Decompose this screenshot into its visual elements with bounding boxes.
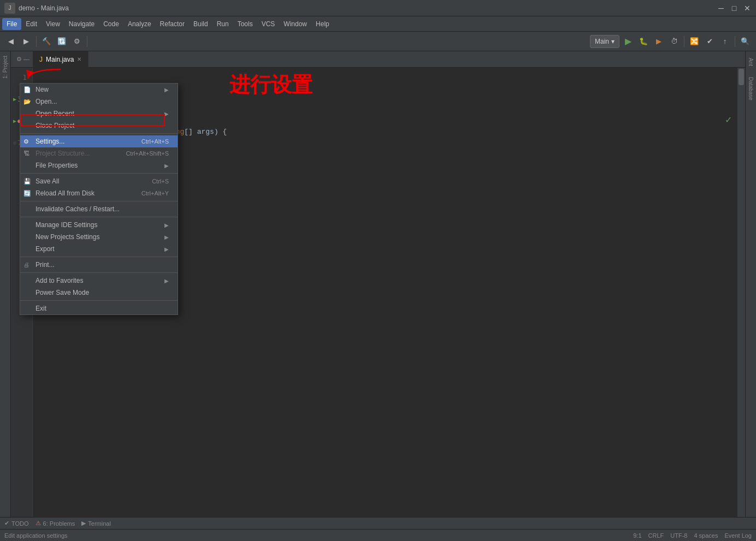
tab-main-java[interactable]: J Main.java ✕ xyxy=(33,51,88,68)
submenu-arrow-icon-6: ▶ xyxy=(164,246,169,252)
menu-build[interactable]: Build xyxy=(189,18,212,30)
todo-icon: ✔ xyxy=(4,520,9,527)
window-controls: ─ □ ✕ xyxy=(717,4,752,13)
menu-edit[interactable]: Edit xyxy=(21,18,42,30)
menu-refactor[interactable]: Refactor xyxy=(156,18,189,30)
separator-4 xyxy=(20,217,178,217)
toolbar: ◀ ▶ 🔨 🔃 ⚙ Main ▾ ▶ 🐛 ▶ ⏱ 🔀 ✔ ↑ 🔍 xyxy=(0,32,756,51)
menu-item-new[interactable]: 📄 New ▶ xyxy=(20,84,178,96)
title-bar: J demo - Main.java ─ □ ✕ xyxy=(0,0,756,16)
new-icon: 📄 xyxy=(23,86,31,93)
event-log-link[interactable]: Event Log xyxy=(724,532,752,539)
menu-item-invalidate-caches[interactable]: Invalidate Caches / Restart... xyxy=(20,203,178,215)
menu-file[interactable]: File xyxy=(2,18,21,30)
right-tool-window-bar: Ant Database xyxy=(745,51,756,517)
terminal-button[interactable]: ▶ Terminal xyxy=(81,520,111,527)
tab-settings-gear[interactable]: ⚙ — xyxy=(13,56,33,63)
ant-panel-label[interactable]: Ant xyxy=(747,53,755,70)
search-everywhere-button[interactable]: 🔍 xyxy=(739,35,752,48)
scrollbar-thumb[interactable] xyxy=(739,69,744,85)
submenu-arrow-icon-7: ▶ xyxy=(164,278,169,284)
submenu-arrow-icon-3: ▶ xyxy=(164,163,169,169)
menu-navigate[interactable]: Navigate xyxy=(64,18,99,30)
toolbar-separator-1 xyxy=(36,36,37,47)
run-gutter-icon[interactable]: ▶ xyxy=(13,94,16,105)
separator-5 xyxy=(20,257,178,257)
settings-button[interactable]: ⚙ xyxy=(70,35,84,48)
menu-item-add-favorites[interactable]: Add to Favorites ▶ xyxy=(20,275,178,287)
debug-button[interactable]: 🐛 xyxy=(637,35,650,48)
app-icon: J xyxy=(4,3,15,14)
status-bar: Edit application settings 9:1 CRLF UTF-8… xyxy=(0,529,756,541)
separator-2 xyxy=(20,173,178,174)
main-config-dropdown[interactable]: Main ▾ xyxy=(590,35,619,48)
close-button[interactable]: ✕ xyxy=(743,4,752,13)
problems-label: 6: Problems xyxy=(43,520,75,527)
maximize-button[interactable]: □ xyxy=(730,4,739,13)
database-panel-label[interactable]: Database xyxy=(747,73,755,105)
tab-filename: Main.java xyxy=(46,56,74,63)
menu-window[interactable]: Window xyxy=(279,18,311,30)
menu-item-open-recent[interactable]: Open Recent ▶ xyxy=(20,108,178,120)
todo-button[interactable]: ✔ TODO xyxy=(4,520,29,527)
vcs-button[interactable]: 🔀 xyxy=(688,35,701,48)
back-button[interactable]: ◀ xyxy=(4,35,17,48)
menu-item-project-structure[interactable]: 🏗 Project Structure... Ctrl+Alt+Shift+S xyxy=(20,147,178,159)
project-panel-label[interactable]: 1: Project xyxy=(1,51,9,83)
menu-item-settings[interactable]: ⚙ Settings... Ctrl+Alt+S xyxy=(20,135,178,147)
menu-item-open[interactable]: 📂 Open... xyxy=(20,96,178,108)
minimize-button[interactable]: ─ xyxy=(717,4,725,13)
status-right: 9:1 CRLF UTF-8 4 spaces Event Log xyxy=(633,532,752,539)
run-button[interactable]: ▶ xyxy=(622,35,635,48)
menu-item-save-all[interactable]: 💾 Save All Ctrl+S xyxy=(20,175,178,187)
menu-item-close-project[interactable]: Close Project xyxy=(20,120,178,132)
profile-button[interactable]: ⏱ xyxy=(668,35,681,48)
submenu-arrow-icon-5: ▶ xyxy=(164,234,169,240)
forward-button[interactable]: ▶ xyxy=(20,35,33,48)
separator-6 xyxy=(20,272,178,273)
menu-item-manage-ide[interactable]: Manage IDE Settings ▶ xyxy=(20,219,178,231)
encoding[interactable]: UTF-8 xyxy=(670,532,687,539)
vertical-scrollbar[interactable] xyxy=(737,68,745,517)
menu-item-print[interactable]: 🖨 Print... xyxy=(20,259,178,271)
problems-icon: ⚠ xyxy=(36,520,41,527)
problems-button[interactable]: ⚠ 6: Problems xyxy=(36,520,75,527)
toolbar-separator-4 xyxy=(735,36,735,47)
menu-item-export[interactable]: Export ▶ xyxy=(20,243,178,255)
menu-vcs[interactable]: VCS xyxy=(257,18,280,30)
menu-help[interactable]: Help xyxy=(311,18,334,30)
title-bar-title: demo - Main.java xyxy=(19,4,69,12)
cursor-position: 9:1 xyxy=(633,532,641,539)
menu-analyze[interactable]: Analyze xyxy=(123,18,156,30)
menu-item-power-save[interactable]: Power Save Mode xyxy=(20,287,178,299)
menu-item-exit[interactable]: Exit xyxy=(20,302,178,314)
main-config-label: Main xyxy=(595,38,609,45)
submenu-arrow-icon-4: ▶ xyxy=(164,222,169,228)
dropdown-arrow-icon: ▾ xyxy=(611,38,615,45)
open-icon: 📂 xyxy=(23,98,31,105)
commit-button[interactable]: ✔ xyxy=(703,35,716,48)
menu-item-new-projects-settings[interactable]: New Projects Settings ▶ xyxy=(20,231,178,243)
menu-tools[interactable]: Tools xyxy=(233,18,257,30)
submenu-arrow-icon-2: ▶ xyxy=(164,111,169,117)
indent[interactable]: 4 spaces xyxy=(694,532,718,539)
status-left: Edit application settings xyxy=(4,532,68,539)
project-structure-icon: 🏗 xyxy=(23,150,29,157)
menu-code[interactable]: Code xyxy=(99,18,123,30)
build-button[interactable]: 🔨 xyxy=(40,35,53,48)
push-button[interactable]: ↑ xyxy=(718,35,731,48)
tab-close-button[interactable]: ✕ xyxy=(77,56,81,62)
tab-file-icon: J xyxy=(39,56,43,63)
coverage-button[interactable]: ▶ xyxy=(652,35,665,48)
line-separator[interactable]: CRLF xyxy=(648,532,664,539)
menu-item-file-properties[interactable]: File Properties ▶ xyxy=(20,159,178,171)
breakpoint-icon-2[interactable]: ● xyxy=(13,138,16,148)
menu-view[interactable]: View xyxy=(42,18,64,30)
menu-item-reload[interactable]: 🔄 Reload All from Disk Ctrl+Alt+Y xyxy=(20,187,178,199)
menu-run[interactable]: Run xyxy=(212,18,233,30)
run-gutter-icon-2[interactable]: ▶ xyxy=(13,116,16,127)
sync-button[interactable]: 🔃 xyxy=(55,35,68,48)
save-icon: 💾 xyxy=(23,178,31,185)
app-settings-link[interactable]: Edit application settings xyxy=(4,532,68,539)
menu-bar: File Edit View Navigate Code Analyze Ref… xyxy=(0,16,756,32)
